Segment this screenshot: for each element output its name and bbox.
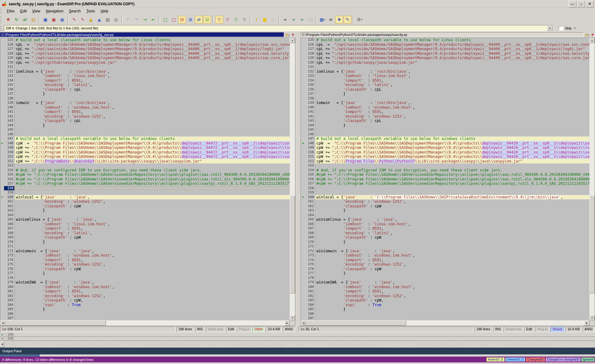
left-vertical-scrollbar[interactable]: ▲ ▼ — [290, 38, 295, 320]
edit-mode-icon[interactable]: ✎ — [344, 16, 351, 24]
grid-view-icon[interactable]: ⊞ — [187, 16, 194, 24]
output-pane-splitter[interactable]: ◀ — [0, 341, 595, 348]
options-icon[interactable]: ⚙▾ — [356, 16, 364, 24]
menu-item-edit[interactable]: Edit — [17, 8, 29, 14]
sync-scroll-icon[interactable]: ⇄ — [195, 16, 203, 24]
skip-checkbox[interactable] — [559, 26, 563, 31]
scroll-down-icon[interactable]: ▼ — [290, 315, 295, 320]
undo-icon[interactable]: ↶ — [124, 16, 132, 24]
collapse-button[interactable]: ◀ — [0, 341, 4, 347]
right-code-area[interactable]: 125# build out a local classpath variabl… — [301, 38, 589, 320]
recompare-icon[interactable]: ↻ — [13, 16, 20, 24]
redo-icon[interactable]: ↷ — [133, 16, 140, 24]
menu-item-search[interactable]: Search — [66, 8, 84, 14]
scroll-thumb[interactable] — [589, 195, 595, 293]
scroll-up-icon[interactable]: ▲ — [589, 38, 595, 43]
left-horizontal-scrollbar[interactable]: ◀ ▶ — [0, 320, 290, 326]
menu-item-tools[interactable]: Tools — [84, 8, 98, 14]
code-text: iomwin = {'java' : '/usr/bin/java', — [315, 101, 589, 105]
open-files-icon[interactable]: ▤ — [29, 16, 37, 24]
menu-item-navigation[interactable]: Navigation — [43, 8, 66, 14]
menu-item-help[interactable]: Help — [98, 8, 111, 14]
filter-added-icon[interactable]: ▽ — [232, 16, 240, 24]
save-icon[interactable]: ▣ — [42, 16, 49, 24]
scroll-right-icon[interactable]: ▶ — [284, 320, 290, 326]
line-number: 138 — [305, 96, 315, 101]
save-second-icon[interactable]: ▣ — [58, 16, 66, 24]
scroll-up-icon[interactable]: ▲ — [290, 38, 295, 43]
line-number: 175 — [4, 262, 15, 267]
scroll-track[interactable] — [306, 320, 584, 326]
layout-options-icon[interactable]: ▦▾ — [319, 16, 326, 24]
scroll-left-icon[interactable]: ◀ — [0, 320, 6, 326]
minimize-button[interactable]: — — [568, 1, 576, 7]
scroll-thumb[interactable] — [306, 320, 406, 326]
close-button[interactable]: ✕ — [586, 1, 594, 7]
line-details-icon[interactable]: ≡ — [327, 16, 335, 24]
filter-custom-icon[interactable]: ▽ — [240, 16, 248, 24]
marker-margin — [301, 69, 305, 74]
find-next-icon[interactable]: ∞ — [290, 16, 298, 24]
left-code-area[interactable]: 125# build out a local classpath variabl… — [0, 38, 290, 320]
line-number: 130 — [305, 60, 315, 65]
toolbar-grip[interactable] — [1, 16, 3, 23]
toolbar-buttons: ❖↻⇄▤▣▣▣✎✎▲▲▤◎↶↷→←□□⊟⊞⇄☑▽▽▽▽↑■↓∞∞∞AB▦▾≡❖✎… — [4, 15, 364, 24]
toolbar-grip[interactable] — [1, 9, 3, 13]
toolbar-overflow-chevron-icon[interactable]: ▾ — [574, 27, 575, 30]
code-text: 'classpath' : cpL — [315, 119, 589, 123]
show-identical-icon[interactable]: □ — [161, 16, 169, 24]
save-first-icon[interactable]: ▣ — [50, 16, 58, 24]
maximize-button[interactable]: □ — [577, 1, 585, 7]
next-difference-icon[interactable]: → — [141, 16, 149, 24]
last-difference-icon[interactable]: ↓ — [269, 16, 277, 24]
save-second-as-icon[interactable]: ▲ — [95, 16, 103, 24]
right-vertical-scrollbar[interactable]: ▲ ▼ — [589, 38, 595, 320]
toolbar-grip[interactable] — [1, 26, 3, 31]
show-checkboxes-icon[interactable]: ☑ — [203, 16, 211, 24]
line-number: 148 — [305, 141, 315, 146]
line-number: 162 — [305, 204, 315, 209]
scroll-thumb[interactable] — [290, 195, 295, 293]
show-different-icon[interactable]: □ — [170, 16, 178, 24]
edit-second-icon[interactable]: ✎ — [79, 16, 86, 24]
first-difference-icon[interactable]: ↑ — [253, 16, 260, 24]
filter-changed-icon[interactable]: ▽ — [224, 16, 231, 24]
pane-splitter[interactable] — [295, 32, 301, 326]
print-preview-icon[interactable]: ◎ — [112, 16, 120, 24]
split-view-icon[interactable]: ⊟ — [178, 16, 186, 24]
compare-file-icon[interactable]: ❖ — [291, 33, 294, 37]
print-icon[interactable]: ▤ — [104, 16, 112, 24]
scroll-track[interactable] — [589, 43, 595, 315]
menu-item-view[interactable]: View — [29, 8, 43, 14]
open-file-icon[interactable]: ▤▾ — [285, 33, 289, 37]
code-line-185: 185 } — [0, 307, 290, 312]
open-file-icon[interactable]: ▤▾ — [585, 33, 589, 37]
combo-dropdown-icon[interactable]: ▼ — [547, 25, 553, 31]
filter-all-icon[interactable]: ▽ — [215, 16, 223, 24]
find-icon[interactable]: ∞ — [281, 16, 289, 24]
toolbar-separator — [68, 16, 69, 23]
scroll-down-icon[interactable]: ▼ — [589, 315, 595, 320]
menu-item-files[interactable]: Files — [4, 8, 17, 14]
refresh-swap-icon[interactable]: ⇄ — [21, 16, 29, 24]
replace-icon[interactable]: AB — [306, 16, 314, 24]
diff-selector-combo[interactable]: Diff 4: Change 1 line (160, first file) … — [4, 25, 553, 31]
save-first-as-icon[interactable]: ▲ — [87, 16, 95, 24]
scroll-track[interactable] — [290, 43, 295, 315]
compare-file-icon[interactable]: ❖ — [591, 33, 594, 37]
right-horizontal-scrollbar[interactable]: ◀ ▶ — [301, 320, 589, 326]
scroll-thumb[interactable] — [6, 320, 106, 326]
code-line-128: 128cpL += ":/opt/sasinside/SASHome/SASDe… — [0, 51, 290, 56]
previous-difference-icon[interactable]: ← — [149, 16, 157, 24]
toolbar-separator — [279, 16, 280, 23]
find-previous-icon[interactable]: ∞ — [298, 16, 306, 24]
line-number: 166 — [4, 222, 15, 227]
plugins-icon[interactable]: ❖ — [335, 16, 343, 24]
current-difference-icon[interactable]: ■ — [261, 16, 269, 24]
scroll-track[interactable] — [6, 320, 284, 326]
output-tab[interactable] — [0, 354, 40, 357]
new-comparison-icon[interactable]: ❖ — [4, 16, 12, 24]
scroll-left-icon[interactable]: ◀ — [301, 320, 306, 326]
scroll-right-icon[interactable]: ▶ — [584, 320, 589, 326]
edit-first-icon[interactable]: ✎ — [70, 16, 78, 24]
